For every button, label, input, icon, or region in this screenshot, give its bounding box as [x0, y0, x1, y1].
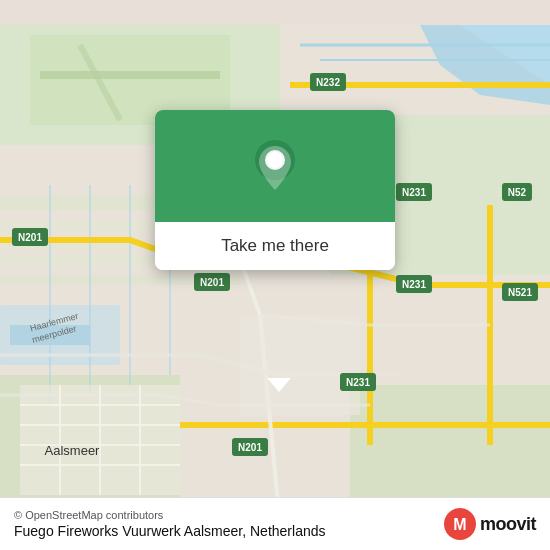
svg-text:M: M	[453, 516, 466, 533]
svg-text:N52: N52	[508, 187, 527, 198]
place-name: Fuego Fireworks Vuurwerk Aalsmeer, Nethe…	[14, 523, 326, 539]
bottom-bar-left: © OpenStreetMap contributors Fuego Firew…	[14, 509, 326, 539]
popup-pointer	[267, 378, 291, 392]
svg-text:N201: N201	[200, 277, 224, 288]
moovit-text: moovit	[480, 514, 536, 535]
svg-text:N231: N231	[402, 187, 426, 198]
popup-green-section	[155, 110, 395, 222]
osm-attribution: © OpenStreetMap contributors	[14, 509, 326, 521]
svg-text:N231: N231	[402, 279, 426, 290]
bottom-bar: © OpenStreetMap contributors Fuego Firew…	[0, 497, 550, 550]
svg-text:N201: N201	[18, 232, 42, 243]
popup-card: Take me there	[155, 110, 395, 270]
svg-rect-29	[240, 315, 360, 415]
svg-text:N231: N231	[346, 377, 370, 388]
location-pin-icon	[250, 138, 300, 198]
svg-point-55	[267, 152, 283, 168]
moovit-icon: M	[444, 508, 476, 540]
svg-text:Aalsmeer: Aalsmeer	[45, 443, 101, 458]
svg-text:N232: N232	[316, 77, 340, 88]
svg-text:N201: N201	[238, 442, 262, 453]
moovit-logo: M moovit	[444, 508, 536, 540]
map-background: N232 N232 N201 N201 N201 N231 N231 N231 …	[0, 0, 550, 550]
take-me-there-button[interactable]: Take me there	[221, 236, 329, 256]
svg-text:N521: N521	[508, 287, 532, 298]
popup-button-section[interactable]: Take me there	[155, 222, 395, 270]
map-container: N232 N232 N201 N201 N201 N231 N231 N231 …	[0, 0, 550, 550]
